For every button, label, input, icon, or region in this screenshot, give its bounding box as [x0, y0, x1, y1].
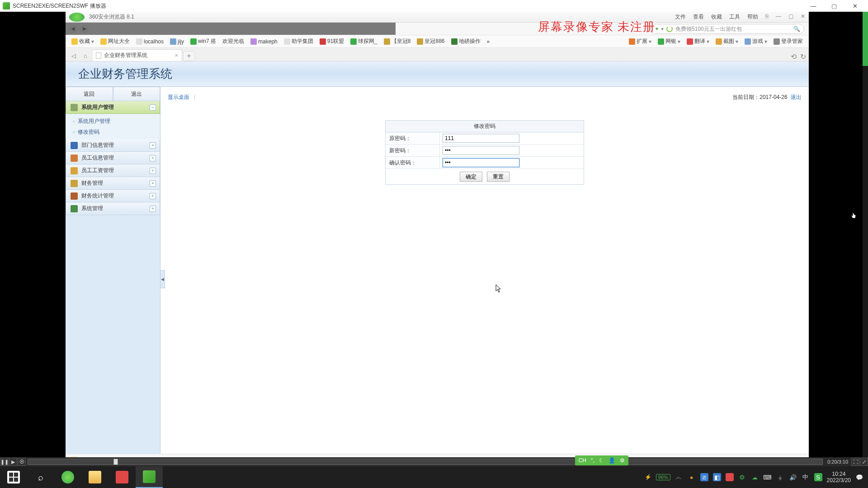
tray-battery[interactable]: 96%	[656, 474, 670, 480]
sidebar-cat-4[interactable]: 财务管理+	[66, 177, 160, 190]
logout-link[interactable]: 退出	[791, 94, 802, 100]
menu-view[interactable]: 查看	[693, 13, 704, 21]
nav-back-button[interactable]: ◀	[68, 24, 77, 33]
browser-close-button[interactable]: ✕	[801, 13, 805, 21]
tray-power-icon[interactable]: ⚡	[645, 474, 651, 480]
bookmark-3[interactable]: jijy	[168, 38, 186, 46]
player-seek-thumb[interactable]	[113, 459, 118, 465]
tab-prev-button[interactable]: ◁	[68, 50, 79, 61]
new-password-input[interactable]	[443, 146, 519, 155]
sidebar-cat-3[interactable]: 员工工资管理+	[66, 164, 160, 177]
toolbar-5[interactable]: 登录管家	[771, 37, 805, 46]
sidebar-sub-0-1[interactable]: 修改密码	[66, 127, 160, 137]
tray-volume-icon[interactable]: 🔊	[789, 473, 797, 481]
ime-badge[interactable]: CH °, ☾ 👤 ⚙	[575, 455, 628, 465]
tray-cloud-icon[interactable]: ☁	[751, 473, 759, 481]
player-pause-button[interactable]: ❚❚	[0, 458, 9, 466]
tray-clock[interactable]: 10:24 2022/3/20	[827, 471, 851, 484]
sidebar-toggle-icon[interactable]: +	[150, 168, 156, 174]
old-password-input[interactable]	[443, 134, 519, 143]
tray-chevron-up-icon[interactable]: ︿	[675, 473, 683, 481]
player-stop-button[interactable]: ▶	[9, 458, 17, 466]
browser-search[interactable]: ✦ ▾ 免费领5100元五一出游红包 🔍	[651, 24, 804, 34]
sidebar-cat-5[interactable]: 财务统计管理+	[66, 190, 160, 202]
new-tab-button[interactable]: +	[183, 51, 195, 61]
show-desktop-link[interactable]: 显示桌面	[168, 94, 189, 101]
confirm-password-input[interactable]	[443, 158, 519, 167]
tray-keyboard-icon[interactable]: ⌨	[764, 473, 772, 481]
tray-sogou-icon[interactable]: S	[814, 473, 822, 481]
toolbar-1[interactable]: 网银▾	[656, 37, 683, 46]
search-icon[interactable]: 🔍	[793, 26, 800, 32]
tray-wechat-icon[interactable]: ❂	[738, 473, 746, 481]
toolbar-0[interactable]: 扩展▾	[627, 37, 654, 46]
video-scrollbar-thumb[interactable]	[863, 12, 868, 66]
tray-app1-icon[interactable]: ⎚	[700, 473, 708, 481]
submit-button[interactable]: 确定	[460, 172, 482, 182]
taskbar-screen2swf[interactable]	[136, 466, 163, 488]
tab-home-button[interactable]: ⌂	[80, 50, 91, 61]
bookmark-9[interactable]: 球探网_	[348, 37, 380, 46]
sidebar-toggle-icon[interactable]: +	[150, 180, 156, 187]
video-scrollbar[interactable]	[863, 12, 868, 466]
ime-punct-icon[interactable]: °,	[591, 457, 594, 464]
refresh-icon[interactable]	[666, 26, 673, 32]
bookmark-4[interactable]: win7 搭	[188, 37, 218, 46]
toolbar-3[interactable]: 截图▾	[713, 37, 741, 46]
sidebar-toggle-icon[interactable]: +	[150, 206, 156, 212]
sidebar-sub-0-0[interactable]: 系统用户管理	[66, 116, 160, 127]
player-record-button[interactable]: ⦿	[18, 458, 26, 466]
tab-refresh-button[interactable]: ↻	[800, 52, 806, 61]
tray-ime-lang[interactable]: 中	[802, 473, 810, 481]
sidebar-cat-1[interactable]: 部门信息管理+	[66, 139, 160, 152]
bookmark-1[interactable]: 网址大全	[98, 37, 132, 46]
dropdown-icon[interactable]: ▾	[661, 26, 664, 32]
sidebar-exit-button[interactable]: 退出	[113, 87, 160, 101]
browser-tab[interactable]: 企业财务管理系统 ×	[92, 49, 182, 61]
taskbar-browser[interactable]	[54, 466, 81, 488]
search-button[interactable]: ⌕	[27, 466, 54, 488]
player-fit-button[interactable]: ⛶	[851, 458, 859, 466]
bookmark-0[interactable]: 收藏▾	[69, 37, 96, 46]
browser-min-button[interactable]: —	[776, 13, 781, 21]
menu-fav[interactable]: 收藏	[711, 13, 722, 21]
reset-button[interactable]: 重置	[487, 172, 509, 182]
sidebar-cat-2[interactable]: 员工信息管理+	[66, 152, 160, 164]
tab-restore-button[interactable]: ⟲	[791, 52, 797, 61]
menu-tools[interactable]: 工具	[729, 13, 740, 21]
sidebar-cat-6[interactable]: 系统管理+	[66, 202, 160, 215]
sidebar-toggle-icon[interactable]: +	[150, 142, 156, 149]
menu-help[interactable]: 帮助	[747, 13, 758, 21]
bookmark-7[interactable]: 助学集团	[282, 37, 316, 46]
sidebar-toggle-icon[interactable]: +	[150, 193, 156, 199]
close-button[interactable]: ✕	[844, 0, 865, 12]
bookmark-12[interactable]: 地磅操作	[449, 37, 483, 46]
start-button[interactable]	[0, 466, 27, 488]
player-seek-track[interactable]	[28, 459, 823, 465]
sidebar-toggle-icon[interactable]: −	[150, 104, 156, 111]
taskbar-explorer[interactable]	[81, 466, 108, 488]
tray-user-icon[interactable]: ●	[688, 473, 696, 481]
sidebar-back-button[interactable]: 返回	[66, 87, 113, 101]
minimize-button[interactable]: —	[803, 0, 824, 12]
bookmark-13[interactable]: »	[485, 38, 492, 46]
bookmark-2[interactable]: localhos	[134, 38, 166, 46]
browser-max-button[interactable]: ▢	[788, 13, 793, 21]
player-fullscreen-button[interactable]: ⤢	[860, 458, 868, 466]
sidebar-collapse-handle[interactable]: ◀	[160, 270, 165, 288]
ime-moon-icon[interactable]: ☾	[599, 457, 604, 464]
tray-app2-icon[interactable]: ◧	[713, 473, 721, 481]
tray-wifi-icon[interactable]: ⏚	[776, 473, 784, 481]
nav-forward-button[interactable]: ▶	[80, 24, 89, 33]
tab-close-icon[interactable]: ×	[175, 52, 178, 59]
bookmark-6[interactable]: makeph	[248, 38, 280, 46]
bookmark-5[interactable]: 欢迎光临	[220, 37, 246, 46]
browser-skin-button[interactable]: ⎘	[765, 13, 769, 21]
ime-user-icon[interactable]: 👤	[609, 457, 615, 464]
sidebar-cat-0[interactable]: 系统用户管理−	[66, 101, 160, 114]
bookmark-11[interactable]: 皇冠886	[415, 37, 447, 46]
tray-notifications-icon[interactable]: 💬	[855, 473, 863, 481]
sidebar-toggle-icon[interactable]: +	[150, 155, 156, 161]
maximize-button[interactable]: ▢	[824, 0, 844, 12]
toolbar-2[interactable]: 翻译▾	[684, 37, 712, 46]
